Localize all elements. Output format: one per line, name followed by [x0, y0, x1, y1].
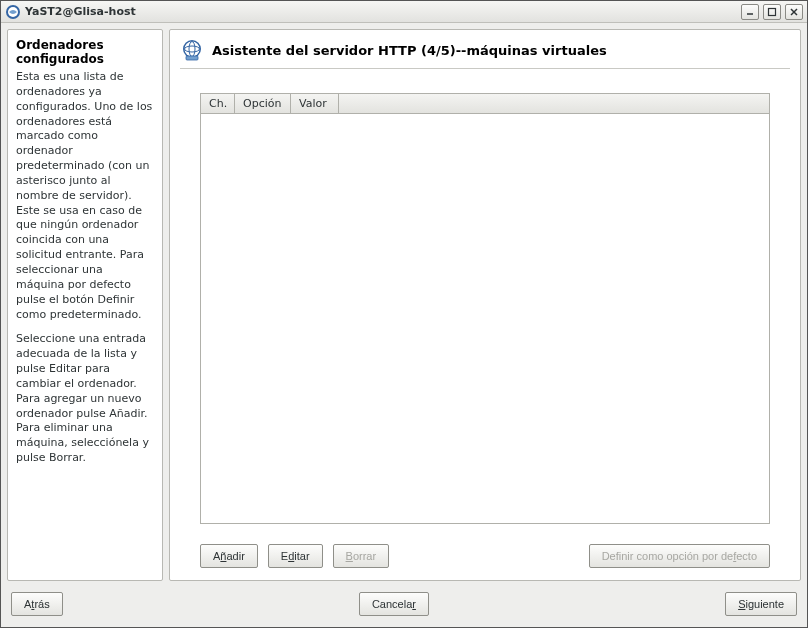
edit-button[interactable]: Editar: [268, 544, 323, 568]
set-default-button[interactable]: Definir como opción por defecto: [589, 544, 770, 568]
svg-rect-3: [769, 8, 776, 15]
main-header: Asistente del servidor HTTP (4/5)--máqui…: [180, 38, 790, 69]
svg-rect-10: [186, 56, 198, 60]
content-area: Ch. Opción Valor: [180, 69, 790, 534]
col-option[interactable]: Opción: [235, 94, 291, 113]
wizard-nav: Atrás Cancelar Siguiente: [7, 587, 801, 621]
delete-button[interactable]: Borrar: [333, 544, 390, 568]
help-para-1: Esta es una lista de ordenadores ya conf…: [16, 70, 154, 322]
cancel-button[interactable]: Cancelar: [359, 592, 429, 616]
main-panel: Asistente del servidor HTTP (4/5)--máqui…: [169, 29, 801, 581]
minimize-button[interactable]: [741, 4, 759, 20]
table-header-row: Ch. Opción Valor: [201, 94, 769, 114]
table-body[interactable]: [201, 114, 769, 523]
client-area: Ordenadores configurados Esta es una lis…: [1, 23, 807, 627]
close-button[interactable]: [785, 4, 803, 20]
col-filler: [339, 94, 769, 113]
col-value[interactable]: Valor: [291, 94, 339, 113]
back-button[interactable]: Atrás: [11, 592, 63, 616]
columns: Ordenadores configurados Esta es una lis…: [7, 29, 801, 581]
help-heading: Ordenadores configurados: [16, 38, 154, 66]
table-actions: Añadir Editar Borrar Definir como opción…: [180, 534, 790, 572]
col-ch[interactable]: Ch.: [201, 94, 235, 113]
titlebar: YaST2@Glisa-host: [1, 1, 807, 23]
next-button[interactable]: Siguiente: [725, 592, 797, 616]
window-title: YaST2@Glisa-host: [25, 5, 737, 18]
http-wizard-icon: [180, 38, 204, 62]
svg-point-7: [185, 42, 200, 57]
add-button[interactable]: Añadir: [200, 544, 258, 568]
app-icon: [5, 4, 21, 20]
window-root: YaST2@Glisa-host Ordenadores configurado…: [0, 0, 808, 628]
hosts-table[interactable]: Ch. Opción Valor: [200, 93, 770, 524]
help-panel: Ordenadores configurados Esta es una lis…: [7, 29, 163, 581]
main-heading: Asistente del servidor HTTP (4/5)--máqui…: [212, 43, 607, 58]
maximize-button[interactable]: [763, 4, 781, 20]
help-para-2: Seleccione una entrada adecuada de la li…: [16, 332, 154, 466]
